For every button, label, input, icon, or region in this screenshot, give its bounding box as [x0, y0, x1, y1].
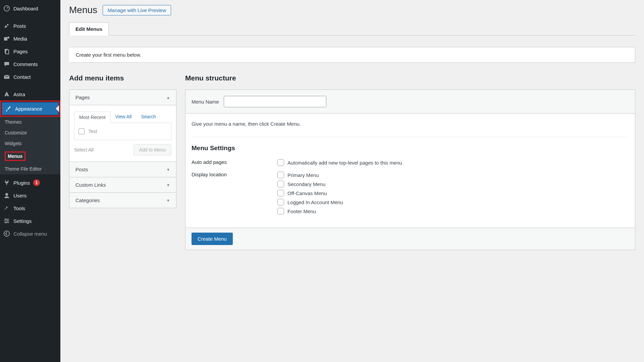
sidebar-sub-menus-highlight: Menus [5, 152, 25, 161]
panel-footer: Create Menu [185, 228, 635, 250]
sidebar-item-contact[interactable]: Contact [0, 70, 60, 83]
setting-label: Display location [192, 172, 277, 217]
sub-tab-search[interactable]: Search [136, 111, 160, 123]
sub-tab-view-all[interactable]: View All [111, 111, 137, 123]
location-option[interactable]: Secondary Menu [277, 181, 343, 187]
svg-point-9 [5, 222, 6, 223]
sidebar-item-pages[interactable]: Pages [0, 45, 60, 58]
dashboard-icon [3, 5, 10, 12]
page-item-label: Test [89, 129, 97, 134]
sidebar-item-astra[interactable]: Astra [0, 88, 60, 101]
accordion-head-custom-links[interactable]: Custom Links ▼ [69, 177, 176, 193]
add-menu-items-heading: Add menu items [69, 74, 176, 82]
sidebar-sub-label: Menus [8, 154, 22, 159]
checkbox[interactable] [78, 128, 85, 134]
sidebar-item-settings[interactable]: Settings [0, 215, 60, 227]
collapse-icon [3, 230, 10, 237]
wrench-icon [3, 205, 10, 212]
setting-display-location: Display location Primary Menu Secondary … [192, 172, 629, 217]
brush-icon [5, 105, 12, 112]
select-all-link[interactable]: Select All [74, 147, 94, 153]
chevron-down-icon: ▼ [166, 198, 170, 202]
page-title: Menus [69, 5, 97, 15]
menu-structure-column: Menu structure Menu Name Give your menu … [185, 74, 635, 250]
menu-panel: Menu Name Give your menu a name, then cl… [185, 89, 635, 250]
menu-hint: Give your menu a name, then click Create… [192, 121, 629, 127]
sidebar-item-comments[interactable]: Comments [0, 58, 60, 70]
chevron-down-icon: ▼ [166, 183, 170, 187]
sidebar-sub-menus[interactable]: Menus [0, 149, 60, 164]
checkbox[interactable] [277, 159, 284, 166]
svg-rect-1 [4, 37, 7, 41]
tab-edit-menus[interactable]: Edit Menus [69, 22, 109, 36]
sidebar-sub-widgets[interactable]: Widgets [0, 138, 60, 149]
auto-add-option[interactable]: Automatically add new top-level pages to… [277, 159, 402, 166]
option-label: Off-Canvas Menu [287, 190, 327, 196]
sidebar-item-label: Dashboard [13, 6, 38, 11]
location-option[interactable]: Off-Canvas Menu [277, 190, 343, 196]
location-option[interactable]: Logged In Account Menu [277, 199, 343, 205]
option-label: Primary Menu [287, 172, 319, 178]
sidebar-sub-editor[interactable]: Theme File Editor [0, 164, 60, 174]
comment-icon [3, 61, 10, 67]
create-menu-button[interactable]: Create Menu [192, 233, 233, 245]
pin-icon [3, 22, 10, 29]
mail-icon [3, 73, 10, 80]
sidebar-item-label: Tools [13, 205, 25, 211]
checkbox[interactable] [277, 181, 284, 187]
media-icon [3, 35, 10, 42]
accordion-body-pages: Most Recent View All Search Test Select … [69, 105, 176, 162]
location-option[interactable]: Primary Menu [277, 172, 343, 178]
option-label: Automatically add new top-level pages to… [287, 160, 402, 166]
sub-tabs: Most Recent View All Search [74, 111, 171, 123]
page-header: Menus Manage with Live Preview [69, 0, 635, 15]
add-to-menu-button[interactable]: Add to Menu [133, 144, 171, 156]
checkbox[interactable] [277, 208, 284, 215]
sidebar-item-plugins[interactable]: Plugins 1 [0, 176, 60, 189]
sub-tab-recent[interactable]: Most Recent [74, 112, 111, 123]
svg-point-10 [4, 231, 9, 236]
astra-icon [3, 91, 10, 98]
accordion-head-pages[interactable]: Pages ▲ [69, 90, 176, 105]
plugins-update-badge: 1 [33, 179, 40, 186]
sidebar-item-label: Plugins [13, 180, 30, 186]
sidebar-item-label: Appearance [15, 106, 42, 112]
sidebar-collapse[interactable]: Collapse menu [0, 227, 60, 240]
sidebar-item-label: Comments [13, 61, 38, 67]
sidebar-item-users[interactable]: Users [0, 189, 60, 202]
sidebar-item-label: Pages [13, 49, 28, 54]
sidebar-item-posts[interactable]: Posts [0, 19, 60, 32]
accordion: Pages ▲ Most Recent View All Search Test [69, 89, 176, 208]
setting-auto-add: Auto add pages Automatically add new top… [192, 159, 629, 168]
checkbox[interactable] [277, 190, 284, 196]
sidebar-item-label: Users [13, 193, 26, 198]
live-preview-button[interactable]: Manage with Live Preview [103, 5, 171, 15]
sidebar-item-media[interactable]: Media [0, 32, 60, 45]
accordion-label: Categories [75, 197, 100, 203]
sidebar-item-tools[interactable]: Tools [0, 202, 60, 215]
sidebar-item-dashboard[interactable]: Dashboard [0, 2, 60, 15]
option-label: Logged In Account Menu [287, 199, 343, 205]
add-menu-items-column: Add menu items Pages ▲ Most Recent View … [69, 74, 176, 250]
accordion-head-categories[interactable]: Categories ▼ [69, 193, 176, 208]
sidebar-sub-customize[interactable]: Customize [0, 127, 60, 138]
option-label: Footer Menu [287, 208, 316, 214]
plug-icon [3, 179, 10, 186]
sidebar-collapse-label: Collapse menu [13, 231, 47, 237]
sliders-icon [3, 218, 10, 224]
option-label: Secondary Menu [287, 181, 325, 187]
sidebar-item-label: Media [13, 36, 27, 42]
accordion-label: Custom Links [75, 182, 106, 188]
sidebar-item-label: Contact [13, 74, 31, 80]
accordion-head-posts[interactable]: Posts ▼ [69, 162, 176, 177]
sidebar-item-appearance[interactable]: Appearance [2, 102, 59, 115]
menu-name-row: Menu Name [185, 90, 635, 114]
menu-name-input[interactable] [224, 96, 326, 107]
pages-icon [3, 48, 10, 55]
location-option[interactable]: Footer Menu [277, 208, 343, 215]
page-item-test[interactable]: Test [74, 123, 171, 140]
checkbox[interactable] [277, 199, 284, 205]
svg-point-6 [5, 193, 8, 196]
sidebar-sub-themes[interactable]: Themes [0, 117, 60, 127]
checkbox[interactable] [277, 172, 284, 178]
